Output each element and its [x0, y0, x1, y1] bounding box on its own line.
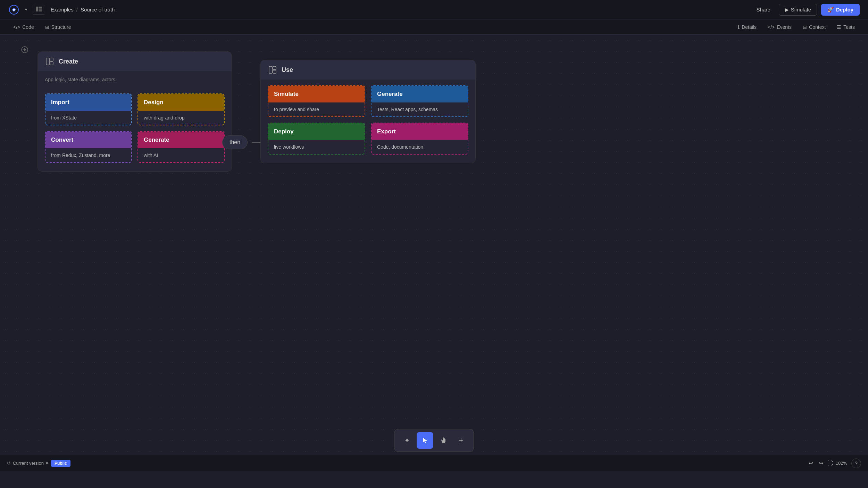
create-box-description: App logic, state diagrams, actors. — [38, 71, 232, 88]
convert-card-subtitle: from Redux, Zustand, more — [45, 148, 131, 162]
deploy-card-title: Deploy — [268, 123, 365, 140]
svg-rect-10 — [269, 66, 272, 73]
status-bar-left: ↺ Current version ▾ Public — [7, 460, 70, 467]
breadcrumb: Examples / Source of truth — [51, 7, 115, 13]
use-box-header: Use — [261, 60, 475, 80]
simulate-button[interactable]: ▶ Simulate — [779, 4, 817, 16]
generate-blue-card[interactable]: Generate Tests, React apps, schemas — [371, 85, 468, 117]
use-box: Use Simulate to preview and share Genera… — [260, 60, 476, 163]
snap-icon — [21, 46, 29, 54]
fullscreen-button[interactable]: ⛶ — [827, 460, 833, 466]
breadcrumb-examples[interactable]: Examples — [51, 7, 74, 13]
deploy-label: Deploy — [836, 7, 853, 13]
create-box-header: Create — [38, 52, 232, 71]
hand-tool-button[interactable] — [435, 432, 451, 449]
generate-blue-card-title: Generate — [372, 86, 468, 102]
simulate-icon: ▶ — [785, 7, 789, 13]
create-box-content: Import from XState Design with drag-and-… — [38, 88, 232, 171]
logo[interactable] — [8, 4, 19, 15]
simulate-label: Simulate — [791, 7, 811, 13]
ai-tool-button[interactable]: ✦ — [399, 432, 415, 449]
simulate-card-subtitle: to preview and share — [268, 102, 365, 116]
generate-blue-card-subtitle: Tests, React apps, schemas — [372, 102, 468, 116]
export-card[interactable]: Export Code, documentation — [371, 123, 468, 155]
convert-card-title: Convert — [45, 132, 131, 148]
bottom-toolbar: ✦ + — [394, 429, 474, 452]
import-card-title: Import — [45, 94, 131, 111]
svg-rect-8 — [50, 58, 53, 61]
share-button[interactable]: Share — [752, 5, 775, 15]
nav-details[interactable]: ℹ Details — [733, 22, 761, 32]
deploy-card[interactable]: Deploy live workflows — [268, 123, 365, 155]
svg-rect-12 — [273, 70, 276, 73]
nav-code[interactable]: </> Code — [8, 22, 39, 32]
add-icon: + — [459, 437, 464, 444]
nav-tests[interactable]: ☰ Tests — [832, 22, 860, 32]
details-icon: ℹ — [738, 24, 740, 30]
help-button[interactable]: ? — [851, 458, 861, 468]
use-box-content: Simulate to preview and share Generate T… — [261, 80, 475, 163]
simulate-card[interactable]: Simulate to preview and share — [268, 85, 365, 117]
status-bar-right: ↩ ↪ ⛶ 102% ? — [807, 458, 861, 468]
nav-structure[interactable]: ⊞ Structure — [40, 22, 76, 32]
svg-rect-11 — [273, 66, 276, 69]
deploy-card-subtitle: live workflows — [268, 140, 365, 154]
header-left: ▾ Examples / Source of truth — [8, 4, 115, 15]
events-label: Events — [777, 24, 792, 30]
svg-rect-9 — [50, 62, 53, 65]
structure-icon: ⊞ — [45, 24, 49, 30]
pointer-tool-button[interactable] — [417, 432, 433, 449]
sidebar-toggle-button[interactable] — [33, 5, 45, 15]
tests-label: Tests — [843, 24, 855, 30]
tests-icon: ☰ — [837, 24, 841, 30]
nav-events[interactable]: </> Events — [763, 22, 796, 32]
svg-rect-4 — [39, 8, 42, 9]
svg-point-1 — [13, 9, 15, 11]
svg-rect-5 — [39, 10, 42, 11]
svg-rect-2 — [36, 7, 38, 11]
version-history-icon: ↺ — [7, 461, 11, 466]
design-card-subtitle: with drag-and-drop — [138, 111, 224, 125]
zoom-controls: ↩ ↪ ⛶ 102% — [807, 458, 847, 468]
status-bar: ↺ Current version ▾ Public ↩ ↪ ⛶ 102% ? — [0, 455, 868, 471]
svg-rect-7 — [46, 58, 49, 65]
nav-context[interactable]: ⊟ Context — [798, 22, 831, 32]
app-header: ▾ Examples / Source of truth Share ▶ Sim… — [0, 0, 868, 19]
canvas: Create App logic, state diagrams, actors… — [0, 35, 868, 471]
breadcrumb-current[interactable]: Source of truth — [81, 7, 115, 13]
current-version-label: Current version — [13, 461, 44, 466]
import-card-subtitle: from XState — [45, 111, 131, 125]
create-box-icon — [45, 57, 55, 66]
details-label: Details — [742, 24, 757, 30]
deploy-rocket-icon: 🚀 — [827, 7, 834, 13]
design-card[interactable]: Design with drag-and-drop — [137, 93, 225, 125]
generate-ai-card-subtitle: with AI — [138, 148, 224, 162]
svg-rect-3 — [39, 7, 42, 8]
secondary-nav-left: </> Code ⊞ Structure — [8, 22, 76, 32]
undo-button[interactable]: ↩ — [807, 458, 815, 468]
version-dropdown-icon: ▾ — [46, 461, 48, 466]
create-box: Create App logic, state diagrams, actors… — [37, 51, 232, 172]
export-card-title: Export — [372, 123, 468, 140]
create-box-title: Create — [59, 58, 78, 65]
deploy-button[interactable]: 🚀 Deploy — [821, 4, 860, 16]
context-icon: ⊟ — [803, 24, 807, 30]
events-icon: </> — [768, 24, 775, 30]
structure-label: Structure — [51, 24, 71, 30]
export-card-subtitle: Code, documentation — [372, 140, 468, 154]
public-badge: Public — [51, 460, 70, 467]
logo-dropdown[interactable]: ▾ — [25, 7, 27, 12]
generate-ai-card-title: Generate — [138, 132, 224, 148]
import-card[interactable]: Import from XState — [45, 93, 132, 125]
zoom-level: 102% — [836, 461, 847, 466]
context-label: Context — [809, 24, 826, 30]
redo-button[interactable]: ↪ — [817, 458, 825, 468]
secondary-nav: </> Code ⊞ Structure ℹ Details </> Event… — [0, 19, 868, 35]
then-label: then — [222, 135, 248, 149]
current-version[interactable]: ↺ Current version ▾ — [7, 461, 48, 466]
code-icon: </> — [13, 24, 20, 30]
convert-card[interactable]: Convert from Redux, Zustand, more — [45, 131, 132, 163]
secondary-nav-right: ℹ Details </> Events ⊟ Context ☰ Tests — [733, 22, 860, 32]
add-tool-button[interactable]: + — [453, 432, 469, 449]
generate-ai-card[interactable]: Generate with AI — [137, 131, 225, 163]
